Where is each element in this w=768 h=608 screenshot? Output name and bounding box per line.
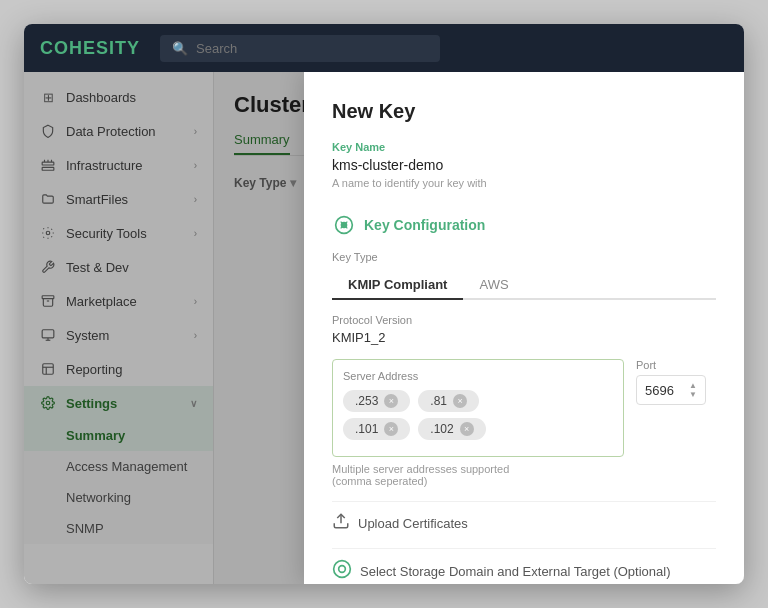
port-up-icon[interactable]: ▲ <box>689 381 697 390</box>
port-label: Port <box>636 359 656 371</box>
server-address-box: Server Address .253 × .81 × <box>332 359 624 457</box>
modal-overlay: New Key Key Name kms-cluster-demo A name… <box>24 72 744 584</box>
search-bar[interactable]: 🔍 <box>160 35 440 62</box>
protocol-version-value: KMIP1_2 <box>332 330 716 345</box>
protocol-version-label: Protocol Version <box>332 314 716 326</box>
address-pill-101: .101 × <box>343 418 410 440</box>
search-icon: 🔍 <box>172 41 188 56</box>
address-pill-253: .253 × <box>343 390 410 412</box>
top-bar: COHESITY 🔍 <box>24 24 744 72</box>
key-name-value: kms-cluster-demo <box>332 157 716 173</box>
tab-aws[interactable]: AWS <box>463 271 524 300</box>
upload-section[interactable]: Upload Certificates <box>332 501 716 544</box>
app-logo: COHESITY <box>40 38 140 59</box>
port-section: Port 5696 ▲ ▼ <box>636 359 716 405</box>
address-row-2: .101 × .102 × <box>343 418 613 440</box>
key-config-title: Key Configuration <box>364 217 485 233</box>
key-type-tabs: KMIP Compliant AWS <box>332 271 716 300</box>
remove-address-253[interactable]: × <box>384 394 398 408</box>
upload-label: Upload Certificates <box>358 516 468 531</box>
address-port-row: Server Address .253 × .81 × <box>332 359 716 463</box>
svg-point-18 <box>334 561 351 578</box>
remove-address-102[interactable]: × <box>460 422 474 436</box>
app-window: COHESITY 🔍 ⊞ Dashboards Data Protection … <box>24 24 744 584</box>
tab-kmip[interactable]: KMIP Compliant <box>332 271 463 300</box>
key-config-icon <box>332 213 356 237</box>
main-body: ⊞ Dashboards Data Protection › Infrastru… <box>24 72 744 584</box>
port-down-icon[interactable]: ▼ <box>689 390 697 399</box>
server-address-wrap: Server Address .253 × .81 × <box>332 359 624 463</box>
storage-icon <box>332 559 352 583</box>
server-address-label: Server Address <box>343 370 613 382</box>
address-pill-81: .81 × <box>418 390 479 412</box>
modal-title: New Key <box>332 100 716 123</box>
storage-section[interactable]: Select Storage Domain and External Targe… <box>332 548 716 584</box>
address-pill-102: .102 × <box>418 418 485 440</box>
key-name-label: Key Name <box>332 141 716 153</box>
address-hint: Multiple server addresses supported (com… <box>332 463 716 487</box>
key-config-section-header: Key Configuration <box>332 213 716 237</box>
remove-address-81[interactable]: × <box>453 394 467 408</box>
key-type-label: Key Type <box>332 251 716 263</box>
address-row-1: .253 × .81 × <box>343 390 613 412</box>
key-name-hint: A name to identify your key with <box>332 177 716 189</box>
upload-icon <box>332 512 350 534</box>
svg-point-19 <box>339 566 346 573</box>
search-input[interactable] <box>196 41 428 56</box>
storage-label: Select Storage Domain and External Targe… <box>360 564 670 579</box>
new-key-modal: New Key Key Name kms-cluster-demo A name… <box>304 72 744 584</box>
port-input[interactable]: 5696 ▲ ▼ <box>636 375 706 405</box>
logo-text: COHESITY <box>40 38 140 58</box>
remove-address-101[interactable]: × <box>384 422 398 436</box>
port-spinners[interactable]: ▲ ▼ <box>689 381 697 399</box>
